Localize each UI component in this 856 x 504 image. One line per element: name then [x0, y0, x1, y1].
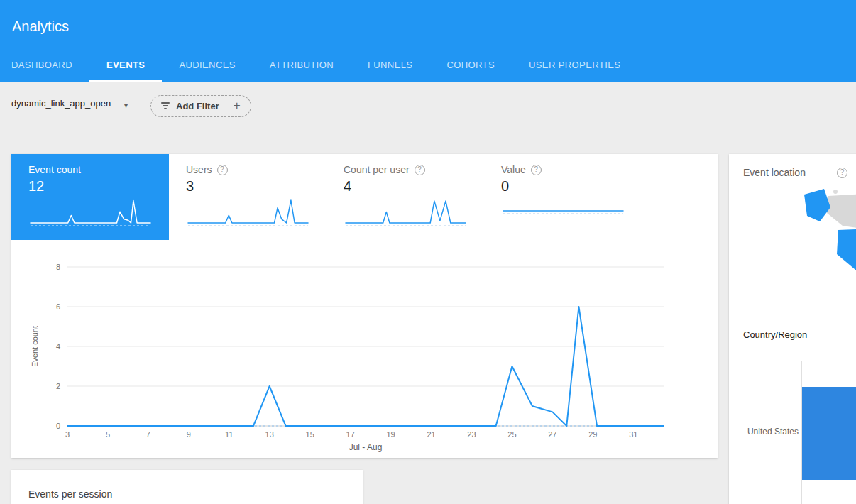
world-map	[757, 186, 856, 332]
svg-text:6: 6	[56, 302, 60, 311]
event-select-value: dynamic_link_app_open	[11, 98, 121, 114]
y-axis-title: Event count	[31, 297, 40, 396]
card-title: Events per session	[11, 470, 363, 500]
svg-text:4: 4	[56, 342, 60, 351]
tab-cohorts[interactable]: COHORTS	[429, 48, 512, 82]
country-region-label: Country/Region	[743, 329, 807, 340]
svg-text:21: 21	[427, 430, 435, 439]
tab-funnels[interactable]: FUNNELS	[351, 48, 429, 82]
map-alaska	[804, 189, 830, 221]
tab-dashboard[interactable]: DASHBOARD	[11, 48, 89, 82]
line-chart-svg: 0246835791113151719212325272931	[38, 259, 677, 447]
svg-text:0: 0	[56, 422, 60, 430]
metric-label: Users	[186, 164, 212, 175]
help-icon[interactable]: ?	[217, 165, 228, 175]
svg-text:7: 7	[146, 430, 150, 439]
map-united-states	[837, 227, 856, 284]
svg-text:17: 17	[346, 430, 355, 439]
metric-value: 4	[344, 178, 484, 195]
help-icon[interactable]: ?	[837, 168, 847, 178]
metric-tiles: Event count 12 Users ? 3 Count per user …	[11, 154, 718, 240]
help-icon[interactable]: ?	[531, 165, 542, 175]
svg-text:11: 11	[225, 430, 233, 439]
metric-label: Event count	[28, 164, 81, 175]
metric-tile-value[interactable]: Value ? 0	[484, 154, 642, 240]
x-axis-title: Jul - Aug	[67, 442, 664, 452]
svg-text:29: 29	[588, 430, 597, 439]
metric-head: Event count	[28, 164, 169, 175]
time-series-chart: Event count 0246835791113151719212325272…	[38, 259, 684, 458]
metric-head: Value ?	[501, 164, 642, 175]
tab-attribution[interactable]: ATTRIBUTION	[253, 48, 351, 82]
metric-tile-event-count[interactable]: Event count 12	[11, 154, 169, 240]
svg-text:5: 5	[106, 430, 110, 439]
app-header: Analytics DASHBOARD EVENTS AUDIENCES ATT…	[0, 0, 856, 82]
svg-text:19: 19	[386, 430, 395, 439]
svg-text:2: 2	[56, 382, 60, 390]
svg-text:25: 25	[507, 430, 516, 439]
dropdown-caret-icon: ▾	[124, 102, 128, 114]
svg-text:3: 3	[65, 430, 70, 439]
metric-tile-count-per-user[interactable]: Count per user ? 4	[327, 154, 484, 240]
add-filter-button[interactable]: Add Filter +	[150, 95, 251, 117]
metric-tile-users[interactable]: Users ? 3	[169, 154, 327, 240]
svg-text:23: 23	[467, 430, 476, 439]
metric-head: Users ?	[186, 164, 327, 175]
card-header: Event location ?	[729, 154, 856, 178]
card-title: Event location	[743, 167, 806, 178]
event-location-card: Event location ? Country/Region United S…	[729, 154, 856, 504]
metric-value: 0	[501, 178, 642, 195]
tab-audiences[interactable]: AUDIENCES	[162, 48, 252, 82]
sparkline-count-per-user	[344, 193, 468, 230]
tab-bar: DASHBOARD EVENTS AUDIENCES ATTRIBUTION F…	[11, 48, 637, 82]
country-label: United States	[735, 427, 799, 437]
svg-text:31: 31	[629, 430, 637, 439]
svg-text:13: 13	[265, 430, 274, 439]
us-bar	[802, 387, 856, 480]
tab-user-properties[interactable]: USER PROPERTIES	[512, 48, 637, 82]
map-island	[833, 190, 838, 194]
events-per-session-card: Events per session	[11, 470, 363, 504]
sparkline-value	[501, 193, 625, 230]
metric-label: Value	[501, 164, 526, 175]
svg-text:8: 8	[56, 263, 60, 271]
metric-label: Count per user	[344, 164, 410, 175]
svg-text:15: 15	[306, 430, 314, 439]
metric-head: Count per user ?	[344, 164, 484, 175]
event-select-dropdown[interactable]: dynamic_link_app_open ▾	[11, 98, 128, 114]
svg-text:27: 27	[548, 430, 556, 439]
sparkline-event-count	[28, 193, 153, 230]
sparkline-users	[186, 193, 310, 230]
filter-icon	[161, 102, 170, 109]
map-canada	[827, 192, 856, 233]
svg-text:9: 9	[187, 430, 191, 439]
add-filter-label: Add Filter	[176, 101, 219, 111]
filter-bar: dynamic_link_app_open ▾ Add Filter +	[11, 92, 251, 119]
page-title: Analytics	[0, 0, 856, 35]
plus-icon: +	[234, 99, 241, 113]
events-chart-card: Event count 12 Users ? 3 Count per user …	[11, 154, 718, 458]
tab-events[interactable]: EVENTS	[89, 48, 162, 82]
metric-value: 12	[28, 178, 169, 195]
help-icon[interactable]: ?	[415, 165, 425, 175]
metric-value: 3	[186, 178, 327, 195]
